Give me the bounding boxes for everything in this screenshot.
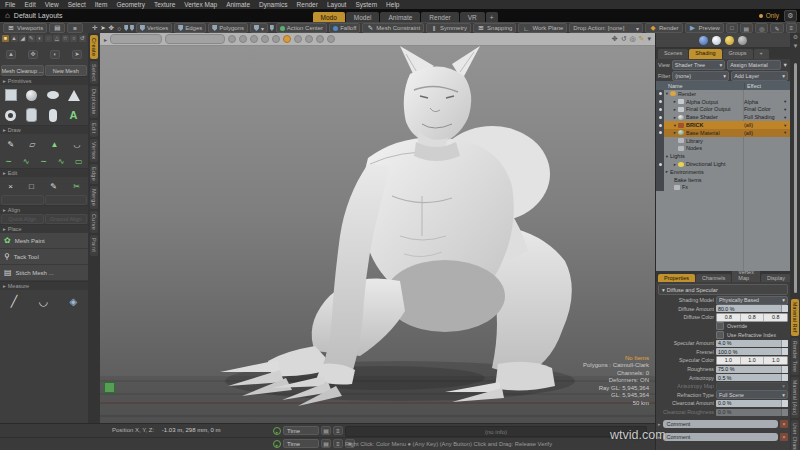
sketch-icon-1[interactable]: ∼	[5, 157, 12, 166]
tab-scenes[interactable]: Scenes	[658, 49, 688, 59]
time-field-2[interactable]: Time	[283, 439, 319, 448]
delete-icon[interactable]: ×	[8, 182, 13, 191]
tree-row-base-material[interactable]: ▸ Base Material (all)▾	[656, 129, 790, 137]
eye-icon[interactable]	[656, 121, 664, 129]
menu-edit[interactable]: Edit	[24, 1, 35, 8]
menu-help[interactable]: Help	[386, 1, 399, 8]
select-mode-icon-1[interactable]	[124, 25, 128, 31]
transform-icon[interactable]: ✥	[108, 24, 114, 32]
menu-select[interactable]: Select	[68, 1, 86, 8]
tab-model[interactable]: Model	[346, 12, 380, 22]
mini-icon-10[interactable]: ↺	[79, 35, 86, 42]
vtab-merge[interactable]: Merge	[90, 186, 98, 209]
tab-render[interactable]: Render	[421, 12, 458, 22]
only-toggle[interactable]: Only	[759, 12, 779, 19]
preset-sphere-yellow-icon[interactable]	[725, 36, 734, 45]
tab-vr[interactable]: VR	[460, 12, 485, 22]
vp-toggle-3[interactable]	[250, 35, 258, 43]
roughness-slider[interactable]: 75.0 %	[716, 366, 788, 373]
vtab-user-channels[interactable]: User Channels	[791, 420, 799, 450]
diffuse-specular-section[interactable]: ▾Diffuse and Specular	[658, 284, 788, 295]
ik-icon[interactable]: ✎	[770, 23, 783, 33]
play-range-icon[interactable]: ▸	[273, 440, 281, 448]
sphere-tool[interactable]	[21, 85, 42, 105]
ground-align-button[interactable]: Ground Align	[45, 214, 88, 224]
eye-icon[interactable]	[656, 160, 664, 168]
mesh-constraint-button[interactable]: ✎ Mesh Constraint	[362, 23, 424, 33]
zoom-icon[interactable]: ◎	[630, 35, 636, 43]
viewport-canvas[interactable]: No Items Polygons : Catmull-Clark Channe…	[100, 46, 655, 423]
strip-gear-icon[interactable]: ⚙	[790, 33, 800, 42]
dimension-icon[interactable]: ◈	[70, 296, 78, 307]
diffuse-amount-slider[interactable]: 80.0 %	[716, 305, 788, 312]
edit-button-2[interactable]	[45, 195, 88, 205]
cursor-icon[interactable]: ➤	[100, 24, 106, 32]
menu-dynamics[interactable]: Dynamics	[259, 1, 288, 8]
mini-icon-8[interactable]: ☆	[62, 35, 69, 42]
quick-align-button[interactable]: Quick Align	[1, 214, 44, 224]
keyframe-icon[interactable]: ▤	[321, 439, 331, 448]
keyframe-icon[interactable]: ▤	[321, 426, 331, 435]
render-button[interactable]: ◆ Render	[645, 23, 683, 33]
3d-viewport[interactable]: ▸ ✥ ↺ ◎ ✎ ▾	[100, 33, 655, 423]
section-edit[interactable]: ▸Edit	[0, 168, 88, 177]
home-icon[interactable]: ⌂	[5, 11, 10, 20]
vp-options-icon[interactable]: ▾	[647, 35, 651, 43]
strip-filter-icon[interactable]: ▼	[790, 42, 800, 50]
cylinder-tool[interactable]	[21, 105, 42, 125]
comment-delete-icon[interactable]: ×	[780, 420, 788, 428]
vtab-duplicate[interactable]: Duplicate	[90, 86, 98, 118]
curve-pen-icon[interactable]: ✎	[8, 140, 15, 149]
new-mesh-button[interactable]: New Mesh	[45, 65, 88, 76]
tree-row-base-shader[interactable]: ▸ Base Shader Full Shading▾	[656, 113, 790, 121]
work-plane-button[interactable]: ∟ Work Plane	[518, 23, 567, 33]
tree-row-alpha-output[interactable]: ▸ Alpha Output Alpha▾	[656, 98, 790, 106]
sketch-icon-5[interactable]: ▭	[75, 157, 83, 166]
vp-toggle-active[interactable]	[283, 35, 291, 43]
refraction-type-dropdown[interactable]: Full Scene▾	[716, 390, 788, 399]
blob-tool[interactable]	[42, 85, 63, 105]
menu-render[interactable]: Render	[297, 1, 318, 8]
layout-list-button[interactable]: ≡	[67, 23, 83, 33]
diffuse-color-field[interactable]: 0.8 0.8 0.8	[716, 313, 788, 322]
tree-row-fx[interactable]: Fx	[656, 184, 790, 192]
comment-field-2[interactable]: Comment	[663, 433, 778, 441]
tool-icon-d[interactable]: ➤	[72, 50, 82, 59]
mesh-paint-tool[interactable]: ✿ Mesh Paint	[0, 233, 88, 249]
specular-amount-slider[interactable]: 4.0 %	[716, 340, 788, 347]
pan-icon[interactable]: ✥	[612, 35, 618, 43]
sketch-icon-4[interactable]: ∿	[58, 157, 65, 166]
box-edit-icon[interactable]: □	[29, 182, 34, 191]
tree-row-nodes[interactable]: Nodes	[656, 145, 790, 153]
vp-toggle-1[interactable]	[228, 35, 236, 43]
draw-style-icon[interactable]: ✎	[639, 35, 645, 43]
anisotropy-map-dropdown[interactable]: ▾	[716, 382, 788, 391]
menu-geometry[interactable]: Geometry	[116, 1, 145, 8]
tree-row-directional-light[interactable]: ▸ Directional Light	[656, 160, 790, 168]
vtab-material-ref[interactable]: Material Ref	[791, 299, 799, 336]
channels-icon[interactable]: ≡	[333, 439, 343, 448]
section-place[interactable]: ▸Place	[0, 224, 88, 233]
vp-toggle-7[interactable]	[305, 35, 313, 43]
comment-field-1[interactable]: Comment	[663, 420, 778, 428]
menu-view[interactable]: View	[45, 1, 59, 8]
mini-icon-2[interactable]: ▲	[11, 35, 18, 42]
vtab-edge[interactable]: Edge	[90, 164, 98, 184]
action-center-button[interactable]: Action Center	[276, 23, 327, 33]
section-measure[interactable]: ▸Measure	[0, 281, 88, 290]
menu-item[interactable]: Item	[95, 1, 108, 8]
eye-icon[interactable]	[656, 129, 664, 137]
layout-grid-button[interactable]: ▤	[49, 23, 65, 33]
item-mode-icon[interactable]: ✛	[92, 24, 98, 32]
clearcoat-roughness-slider[interactable]: 0.0 %	[716, 409, 788, 416]
viewport-menu-icon[interactable]: ▸	[104, 36, 107, 43]
tree-row-brick[interactable]: ▾ BRICK (all)▾	[656, 121, 790, 129]
drape-icon[interactable]: ◡	[73, 140, 80, 149]
filter-funnel-icon[interactable]: ▼	[783, 62, 788, 68]
edit-button-1[interactable]	[1, 195, 44, 205]
tree-row-lights[interactable]: ▾ Lights	[656, 152, 790, 160]
tab-modo[interactable]: Modo	[313, 12, 345, 22]
menu-file[interactable]: File	[5, 1, 15, 8]
sketch-icon-3[interactable]: ∼	[40, 157, 47, 166]
items-mode-dropdown[interactable]: ▾	[250, 23, 268, 33]
